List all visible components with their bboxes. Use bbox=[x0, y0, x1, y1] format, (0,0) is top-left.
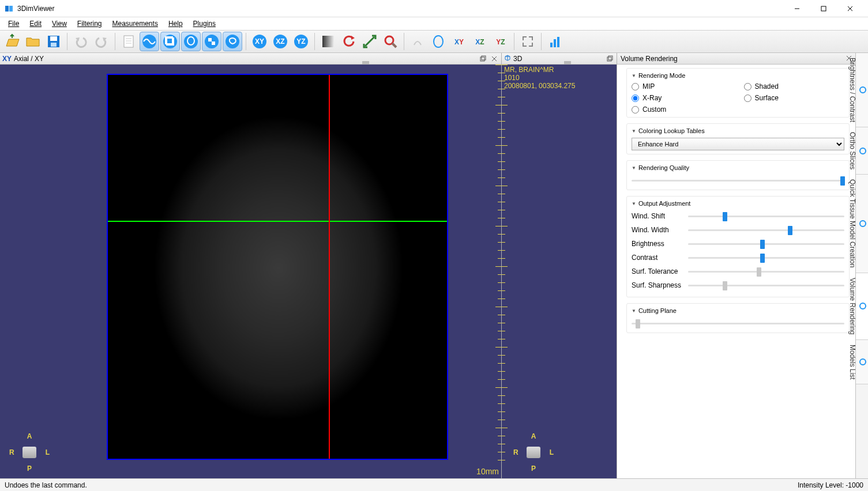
svg-point-22 bbox=[226, 35, 239, 48]
axial-close-icon[interactable] bbox=[490, 54, 499, 63]
lut-title[interactable]: Coloring Lookup Tables bbox=[632, 127, 844, 134]
menu-file[interactable]: File bbox=[3, 18, 24, 29]
tool-density-button[interactable] bbox=[140, 32, 159, 51]
text-yz-button[interactable]: YZ bbox=[491, 32, 510, 51]
ruler bbox=[493, 65, 501, 478]
svg-rect-43 bbox=[607, 57, 611, 61]
volume-rendering-panel: Volume Rendering Rendering Mode MIPShade… bbox=[617, 53, 855, 478]
output-title[interactable]: Output Adjustment bbox=[632, 200, 844, 207]
cutting-slider[interactable] bbox=[632, 318, 844, 329]
tool-checker-button[interactable] bbox=[202, 32, 221, 51]
text-xz-button[interactable]: XZ bbox=[470, 32, 490, 51]
svg-rect-36 bbox=[550, 43, 553, 47]
slider-wind-shift[interactable] bbox=[688, 210, 844, 222]
orientation-widget-3d[interactable]: A P R L bbox=[513, 432, 554, 473]
menu-view[interactable]: View bbox=[47, 18, 72, 29]
cutting-title[interactable]: Cutting Plane bbox=[632, 307, 844, 314]
axial-pane: XY Axial / XY 10mm A P R L bbox=[0, 53, 502, 478]
slider-surf-tolerance[interactable] bbox=[688, 266, 844, 277]
svg-point-32 bbox=[434, 36, 443, 47]
arrows-button[interactable] bbox=[360, 32, 379, 51]
menu-edit[interactable]: Edit bbox=[25, 18, 46, 29]
radio-mip[interactable]: MIP bbox=[632, 82, 732, 90]
plane-xy-button[interactable]: XY bbox=[250, 32, 269, 51]
slider-contrast[interactable] bbox=[688, 252, 844, 263]
3d-pane-header[interactable]: 3D bbox=[502, 53, 617, 65]
slider-row-surf-sharpness: Surf. Sharpness bbox=[632, 280, 844, 291]
radio-custom[interactable]: Custom bbox=[632, 105, 732, 114]
side-tabs: Brightness / ContrastOrtho SlicesQuick T… bbox=[855, 53, 868, 478]
title-bar: 3DimViewer bbox=[0, 0, 868, 17]
sidetab-icon bbox=[859, 146, 867, 156]
refresh-button[interactable] bbox=[339, 32, 359, 51]
tool-layers-button[interactable] bbox=[160, 32, 180, 51]
orient-cube-icon bbox=[22, 447, 36, 458]
sidetab-quick-tissue-model-creation[interactable]: Quick Tissue Model Creation bbox=[856, 175, 868, 273]
expand-button[interactable] bbox=[518, 32, 538, 51]
tool-lasso-button[interactable] bbox=[223, 32, 242, 51]
menu-filtering[interactable]: Filtering bbox=[73, 18, 107, 29]
gradient-button[interactable] bbox=[318, 32, 338, 51]
axial-restore-icon[interactable] bbox=[478, 54, 487, 63]
quality-slider[interactable] bbox=[632, 175, 844, 186]
menu-measurements[interactable]: Measurements bbox=[108, 18, 163, 29]
orientation-widget[interactable]: A P R L bbox=[9, 432, 50, 473]
volume-panel-header[interactable]: Volume Rendering bbox=[617, 53, 855, 65]
svg-rect-21 bbox=[212, 41, 215, 45]
svg-rect-40 bbox=[482, 56, 486, 60]
plane-xz-button[interactable]: XZ bbox=[270, 32, 290, 51]
brain-image bbox=[125, 92, 432, 444]
crosshair-vertical[interactable] bbox=[329, 75, 330, 459]
slider-brightness[interactable] bbox=[688, 238, 844, 250]
undo-button[interactable] bbox=[71, 32, 91, 51]
sidetab-ortho-slices[interactable]: Ortho Slices bbox=[856, 127, 868, 175]
head-outline-button[interactable] bbox=[429, 32, 448, 51]
maximize-button[interactable] bbox=[810, 0, 837, 17]
3d-viewport[interactable]: MR, BRAIN^MR 1010 20080801, 003034.275 A… bbox=[502, 65, 617, 478]
close-button[interactable] bbox=[837, 0, 863, 17]
svg-line-31 bbox=[392, 43, 396, 47]
svg-text:YZ: YZ bbox=[296, 37, 305, 46]
radio-x-ray[interactable]: X-Ray bbox=[632, 94, 732, 102]
workspace: XY Axial / XY 10mm A P R L bbox=[0, 53, 868, 478]
sidetab-brightness-contrast[interactable]: Brightness / Contrast bbox=[856, 53, 868, 127]
status-bar: Undoes the last command. Intensity Level… bbox=[0, 478, 868, 491]
save-button[interactable] bbox=[44, 32, 63, 51]
radio-surface[interactable]: Surface bbox=[744, 94, 845, 102]
crosshair-horizontal[interactable] bbox=[108, 221, 447, 222]
svg-text:YZ: YZ bbox=[496, 38, 505, 46]
svg-rect-9 bbox=[124, 36, 133, 47]
menu-help[interactable]: Help bbox=[164, 18, 187, 29]
slider-surf-sharpness[interactable] bbox=[688, 280, 844, 291]
plane-yz-button[interactable]: YZ bbox=[291, 32, 311, 51]
lut-combo[interactable]: Enhance Hard bbox=[632, 138, 844, 150]
sidetab-models-list[interactable]: Models List bbox=[856, 340, 868, 385]
quality-title[interactable]: Rendering Quality bbox=[632, 164, 844, 171]
rendering-mode-title[interactable]: Rendering Mode bbox=[632, 72, 844, 79]
options-button[interactable] bbox=[545, 32, 565, 51]
sidetab-icon bbox=[859, 85, 867, 95]
slider-wind-width[interactable] bbox=[688, 224, 844, 236]
svg-text:XZ: XZ bbox=[475, 38, 484, 46]
minimize-button[interactable] bbox=[784, 0, 810, 17]
svg-rect-38 bbox=[557, 37, 559, 47]
slider-row-wind-width: Wind. Width bbox=[632, 224, 844, 236]
right-panel: Volume Rendering Rendering Mode MIPShade… bbox=[617, 53, 868, 478]
tool-head-button[interactable] bbox=[181, 32, 201, 51]
3d-restore-icon[interactable] bbox=[605, 54, 614, 63]
new-doc-button[interactable] bbox=[119, 32, 138, 51]
text-xy-button[interactable]: XY bbox=[449, 32, 469, 51]
sidetab-volume-rendering[interactable]: Volume Rendering bbox=[856, 273, 868, 340]
radio-shaded[interactable]: Shaded bbox=[744, 82, 845, 90]
cube-3d-icon bbox=[504, 54, 511, 63]
open-button[interactable] bbox=[2, 32, 22, 51]
menu-plugins[interactable]: Plugins bbox=[189, 18, 220, 29]
probe-button[interactable] bbox=[408, 32, 427, 51]
open-folder-button[interactable] bbox=[23, 32, 43, 51]
status-right: Intensity Level: -1000 bbox=[798, 481, 863, 489]
redo-button[interactable] bbox=[92, 32, 111, 51]
zoom-button[interactable] bbox=[381, 32, 400, 51]
svg-rect-37 bbox=[554, 39, 556, 47]
axial-viewport[interactable]: 10mm A P R L bbox=[0, 65, 501, 478]
axial-pane-header[interactable]: XY Axial / XY bbox=[0, 53, 501, 65]
